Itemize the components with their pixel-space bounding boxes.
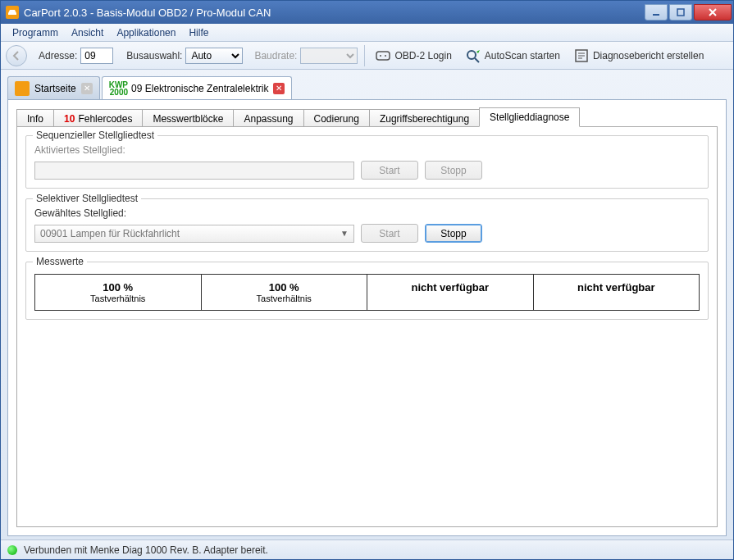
group-messwerte: Messwerte 100 %Tastverhältnis 100 %Tastv… — [25, 262, 709, 320]
group-selektiv: Selektiver Stellgliedtest Gewähltes Stel… — [25, 198, 709, 252]
statusbar: Verbunden mit Menke Diag 1000 Rev. B. Ad… — [1, 540, 733, 559]
sel-combo[interactable]: 00901 Lampen für Rückfahrlicht ▼ — [34, 225, 354, 243]
top-tabs: Startseite ✕ KWP2000 09 Elektronische Ze… — [7, 76, 727, 99]
adresse-input[interactable] — [80, 48, 113, 64]
app-icon — [6, 6, 19, 19]
menubar: Programm Ansicht Applikationen Hilfe — [1, 24, 733, 42]
sel-stopp-button[interactable]: Stopp — [425, 224, 482, 243]
baudrate-label: Baudrate: — [254, 50, 297, 61]
diag-report-button[interactable]: Diagnosebericht erstellen — [570, 46, 707, 66]
subtab-info[interactable]: Info — [16, 109, 54, 127]
client-area: Startseite ✕ KWP2000 09 Elektronische Ze… — [1, 70, 733, 540]
tab-startseite-label: Startseite — [34, 83, 76, 94]
titlebar: CarPort 2.0.3 - Basis-Modul OBD2 / Pro-M… — [1, 1, 733, 24]
status-text: Verbunden mit Menke Diag 1000 Rev. B. Ad… — [24, 544, 268, 556]
autoscan-button[interactable]: AutoScan starten — [462, 46, 563, 66]
autoscan-label: AutoScan starten — [485, 50, 560, 61]
diag-report-label: Diagnosebericht erstellen — [593, 50, 704, 61]
legend-selektiv: Selektiver Stellgliedtest — [33, 193, 141, 204]
minimize-button[interactable] — [645, 4, 668, 20]
obd2-login-label: OBD-2 Login — [394, 50, 451, 61]
window-title: CarPort 2.0.3 - Basis-Modul OBD2 / Pro-M… — [24, 7, 643, 19]
seq-active-field — [34, 162, 354, 180]
close-button[interactable] — [694, 4, 732, 20]
maximize-button[interactable] — [669, 4, 692, 20]
chevron-down-icon: ▼ — [340, 229, 349, 238]
subtab-fehlercodes[interactable]: 10Fehlercodes — [53, 109, 143, 127]
car-icon — [15, 81, 30, 96]
adresse-label: Adresse: — [39, 50, 77, 61]
menu-ansicht[interactable]: Ansicht — [65, 25, 110, 40]
legend-messwerte: Messwerte — [33, 256, 87, 267]
back-button[interactable] — [6, 45, 27, 66]
sel-combo-value: 00901 Lampen für Rückfahrlicht — [40, 228, 180, 239]
subtab-zugriff[interactable]: Zugriffsberechtigung — [369, 109, 480, 127]
mw-cell-1: 100 %Tastverhältnis — [202, 275, 368, 310]
messwerte-table: 100 %Tastverhältnis 100 %Tastverhältnis … — [34, 274, 700, 311]
mw-cell-2: nicht verfügbar — [367, 275, 534, 310]
tab-module[interactable]: KWP2000 09 Elektronische Zentralelektrik… — [102, 76, 293, 99]
magnifier-icon — [465, 48, 481, 64]
group-sequenziell: Sequenzieller Stellgliedtest Aktiviertes… — [25, 135, 709, 189]
menu-applikationen[interactable]: Applikationen — [110, 25, 182, 40]
legend-sequenziell: Sequenzieller Stellgliedtest — [33, 130, 157, 141]
subtab-stellglied[interactable]: Stellglieddiagnose — [479, 107, 580, 127]
arrow-left-icon — [11, 50, 22, 61]
mw-cell-0: 100 %Tastverhältnis — [35, 275, 202, 310]
svg-point-5 — [467, 51, 476, 59]
seq-start-button[interactable]: Start — [361, 161, 418, 180]
baudrate-select — [300, 48, 358, 64]
stellglied-content: Sequenzieller Stellgliedtest Aktiviertes… — [16, 126, 718, 527]
kwp-badge: KWP2000 — [109, 81, 128, 96]
status-indicator-icon — [7, 545, 17, 555]
app-window: CarPort 2.0.3 - Basis-Modul OBD2 / Pro-M… — [0, 0, 734, 560]
sel-label: Gewähltes Stellglied: — [34, 207, 700, 219]
svg-line-6 — [475, 58, 479, 62]
svg-point-3 — [380, 55, 381, 57]
obd2-login-button[interactable]: OBD-2 Login — [372, 46, 454, 66]
sel-start-button[interactable]: Start — [361, 224, 418, 243]
seq-stopp-button[interactable]: Stopp — [425, 161, 482, 180]
mw-cell-3: nicht verfügbar — [534, 275, 700, 310]
tab-close-startseite[interactable]: ✕ — [81, 83, 93, 94]
svg-point-4 — [385, 55, 386, 57]
busauswahl-select[interactable]: Auto — [185, 48, 243, 64]
busauswahl-label: Busauswahl: — [126, 50, 182, 61]
tab-module-label: 09 Elektronische Zentralelektrik — [131, 83, 268, 94]
sub-tabs: Info 10Fehlercodes Messwertblöcke Anpass… — [16, 108, 718, 127]
obd-icon — [375, 48, 391, 64]
seq-label: Aktiviertes Stellglied: — [34, 144, 700, 156]
report-icon — [573, 48, 590, 64]
subtab-anpassung[interactable]: Anpassung — [233, 109, 303, 127]
svg-rect-1 — [677, 9, 684, 16]
menu-programm[interactable]: Programm — [6, 25, 65, 40]
svg-rect-2 — [376, 52, 390, 60]
subtab-codierung[interactable]: Codierung — [303, 109, 370, 127]
menu-hilfe[interactable]: Hilfe — [182, 25, 215, 40]
subtab-messwertbloecke[interactable]: Messwertblöcke — [142, 109, 234, 127]
tab-close-module[interactable]: ✕ — [273, 83, 285, 94]
toolbar: Adresse: Busauswahl: Auto Baudrate: OBD-… — [1, 42, 733, 70]
tab-startseite[interactable]: Startseite ✕ — [7, 76, 100, 99]
svg-rect-0 — [653, 14, 659, 16]
module-panel: Info 10Fehlercodes Messwertblöcke Anpass… — [7, 99, 727, 536]
